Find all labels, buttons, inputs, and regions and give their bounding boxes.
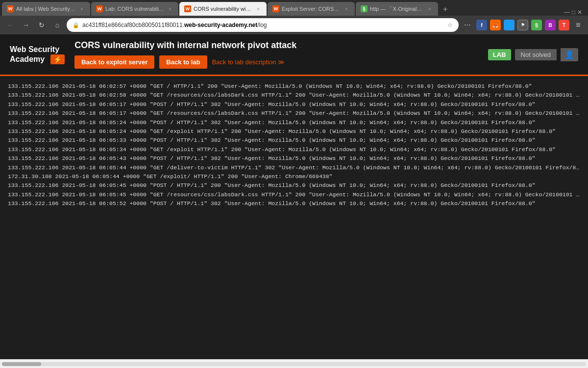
logo-area: Web Security Academy ⚡ (10, 45, 65, 64)
tab-exploit[interactable]: W Exploit Server: CORS vulnerabi... × (268, 2, 355, 16)
scrollbar-area (0, 359, 588, 368)
ext-icon-5[interactable]: B (545, 20, 556, 30)
scrollbar-track[interactable] (2, 362, 586, 366)
tab-bar: W All labs | Web Security Academy × W La… (0, 0, 588, 16)
close-btn[interactable]: ✕ (577, 9, 582, 16)
log-line: 172.31.30.108 2021-05-18 06:05:44 +0000 … (8, 172, 580, 181)
log-line: 133.155.222.106 2021-05-18 06:05:24 +000… (8, 118, 580, 127)
address-text: ac431ff81e866caf80cb8005011f80011.web-se… (82, 22, 444, 28)
home-button[interactable]: ⌂ (51, 19, 64, 31)
tab-close-1[interactable]: × (78, 5, 85, 12)
restore-btn[interactable]: □ (572, 9, 575, 16)
log-line: 133.155.222.106 2021-05-18 06:05:17 +000… (8, 100, 580, 109)
back-to-lab-description-link[interactable]: Back to lab description ≫ (212, 58, 285, 66)
ext-icon-1[interactable]: f (476, 20, 487, 30)
tab-favicon-5: § (361, 5, 368, 12)
logo-icon: ⚡ (50, 54, 65, 64)
page-content: Web Security Academy ⚡ CORS vulnerabilit… (0, 34, 588, 359)
log-content: 133.155.222.106 2021-05-18 06:02:57 +000… (0, 76, 588, 359)
tab-close-2[interactable]: × (167, 5, 173, 12)
tab-close-3[interactable]: × (255, 5, 262, 12)
tab-close-5[interactable]: × (426, 5, 433, 12)
log-line: 133.155.222.106 2021-05-18 06:05:43 +000… (8, 154, 580, 163)
tab-label-1: All labs | Web Security Academy (16, 6, 76, 12)
tab-label-2: Lab: CORS vulnerability with in... (105, 6, 164, 12)
lab-title: CORS vulnerability with internal network… (74, 40, 478, 51)
back-to-exploit-server-button[interactable]: Back to exploit server (74, 55, 154, 69)
tab-http[interactable]: § http — 「X-Original-URLおよび... × (356, 2, 438, 16)
tab-lab[interactable]: W Lab: CORS vulnerability with in... × (91, 2, 178, 16)
ext-icon-3[interactable]: 🌐 (504, 20, 514, 30)
log-line: 133.155.222.106 2021-05-18 06:05:44 +000… (8, 163, 580, 172)
ext-icon-2[interactable]: 🦊 (490, 20, 501, 30)
lock-icon: 🔒 (73, 22, 79, 28)
tab-favicon-4: W (272, 5, 279, 12)
logo-text: Web Security Academy ⚡ (10, 45, 65, 64)
extensions-button[interactable]: ⋯ (462, 19, 473, 31)
forward-button[interactable]: → (20, 19, 32, 31)
bookmark-icon[interactable]: ☆ (447, 22, 453, 28)
header-buttons: Back to exploit server Back to lab Back … (74, 55, 478, 69)
log-line: 133.155.222.106 2021-05-18 06:05:45 +000… (8, 190, 580, 199)
ext-icon-4[interactable]: § (531, 20, 542, 30)
tab-favicon-2: W (96, 5, 103, 12)
ext-icon-6[interactable]: T (559, 20, 569, 30)
tab-label-5: http — 「X-Original-URLおよび... (370, 5, 424, 13)
address-bar[interactable]: 🔒 ac431ff81e866caf80cb8005011f80011.web-… (67, 18, 459, 32)
tab-favicon-1: W (7, 5, 14, 12)
tab-label-4: Exploit Server: CORS vulnerabi... (282, 6, 341, 12)
tab-favicon-3: W (184, 5, 191, 12)
not-solved-badge: Not solved (515, 49, 557, 60)
address-bar-row: ← → ↻ ⌂ 🔒 ac431ff81e866caf80cb8005011f80… (0, 16, 588, 34)
browser-chrome: W All labs | Web Security Academy × W La… (0, 0, 588, 34)
site-header: Web Security Academy ⚡ CORS vulnerabilit… (0, 34, 588, 76)
log-line: 133.155.222.106 2021-05-18 06:05:34 +000… (8, 145, 580, 154)
log-line: 133.155.222.106 2021-05-18 06:05:33 +000… (8, 136, 580, 145)
log-line: 133.155.222.106 2021-05-18 06:05:45 +000… (8, 181, 580, 190)
ext-icon-local[interactable]: ⚑ (517, 20, 528, 30)
scrollbar-thumb[interactable] (2, 362, 41, 366)
tab-alllabs[interactable]: W All labs | Web Security Academy × (2, 2, 90, 16)
log-line: 133.155.222.106 2021-05-18 06:05:52 +000… (8, 199, 580, 208)
tab-cors-internal[interactable]: W CORS vulnerability with interna... × (179, 2, 267, 16)
log-line: 133.155.222.106 2021-05-18 06:02:57 +000… (8, 82, 580, 91)
lab-badge: LAB (488, 49, 511, 60)
menu-button[interactable]: ≡ (572, 19, 584, 31)
minimize-btn[interactable]: — (564, 9, 570, 16)
toolbar-icons: ⋯ f 🦊 🌐 ⚑ § B T ≡ (462, 19, 584, 31)
header-center: CORS vulnerability with internal network… (74, 40, 478, 69)
address-icons: ☆ (447, 22, 453, 28)
back-to-lab-button[interactable]: Back to lab (159, 55, 207, 69)
reload-button[interactable]: ↻ (35, 19, 48, 31)
header-right: LAB Not solved 👤 (488, 48, 578, 61)
user-icon-button[interactable]: 👤 (561, 48, 578, 61)
log-line: 133.155.222.106 2021-05-18 06:05:24 +000… (8, 127, 580, 136)
log-line: 133.155.222.106 2021-05-18 06:05:17 +000… (8, 109, 580, 118)
log-line: 133.155.222.106 2021-05-18 06:02:58 +000… (8, 91, 580, 100)
back-button[interactable]: ← (4, 19, 17, 31)
tab-label-3: CORS vulnerability with interna... (194, 6, 252, 12)
new-tab-button[interactable]: + (439, 3, 451, 16)
tab-close-4[interactable]: × (343, 5, 350, 12)
